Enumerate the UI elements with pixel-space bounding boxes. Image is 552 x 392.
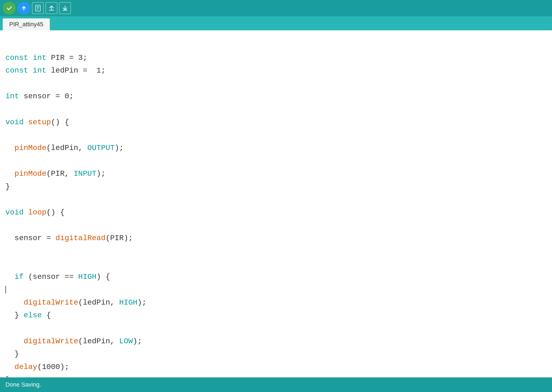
toolbar <box>0 0 552 16</box>
tab-pir-attiny45[interactable]: PIR_attiny45 <box>3 18 50 30</box>
svg-point-0 <box>6 5 13 12</box>
code-editor[interactable]: const int PIR = 3; const int ledPin = 1;… <box>0 30 552 377</box>
verify-button[interactable] <box>3 2 16 15</box>
open-button[interactable] <box>46 2 57 14</box>
tab-label: PIR_attiny45 <box>9 21 43 28</box>
status-message: Done Saving. <box>5 381 41 388</box>
upload-button[interactable] <box>17 2 30 15</box>
statusbar: Done Saving. <box>0 377 552 392</box>
new-button[interactable] <box>32 2 44 14</box>
code-content: const int PIR = 3; const int ledPin = 1;… <box>5 38 547 377</box>
tabbar: PIR_attiny45 <box>0 16 552 30</box>
save-button[interactable] <box>59 2 71 14</box>
